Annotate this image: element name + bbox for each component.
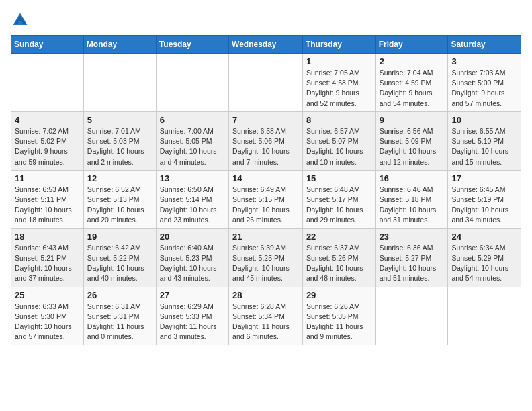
day-of-week-header: Thursday: [302, 36, 375, 54]
calendar-cell: 19Sunrise: 6:42 AM Sunset: 5:22 PM Dayli…: [83, 228, 156, 287]
day-number: 17: [451, 173, 517, 183]
day-number: 20: [160, 232, 225, 242]
day-info: Sunrise: 6:31 AM Sunset: 5:31 PM Dayligh…: [87, 302, 152, 342]
calendar-cell: 21Sunrise: 6:39 AM Sunset: 5:25 PM Dayli…: [229, 228, 303, 287]
calendar-cell: [156, 54, 228, 112]
calendar-cell: 11Sunrise: 6:53 AM Sunset: 5:11 PM Dayli…: [11, 170, 84, 228]
day-info: Sunrise: 7:03 AM Sunset: 5:00 PM Dayligh…: [451, 68, 517, 109]
day-info: Sunrise: 6:26 AM Sunset: 5:35 PM Dayligh…: [306, 302, 372, 342]
logo-icon: [11, 11, 30, 30]
day-info: Sunrise: 6:55 AM Sunset: 5:10 PM Dayligh…: [451, 126, 517, 167]
day-number: 28: [232, 290, 299, 300]
calendar-cell: 28Sunrise: 6:28 AM Sunset: 5:34 PM Dayli…: [229, 287, 303, 345]
day-info: Sunrise: 6:28 AM Sunset: 5:34 PM Dayligh…: [232, 302, 299, 342]
calendar-cell: 26Sunrise: 6:31 AM Sunset: 5:31 PM Dayli…: [83, 287, 156, 345]
calendar-cell: 10Sunrise: 6:55 AM Sunset: 5:10 PM Dayli…: [448, 111, 521, 170]
calendar-cell: 13Sunrise: 6:50 AM Sunset: 5:14 PM Dayli…: [156, 170, 228, 228]
day-number: 23: [380, 232, 445, 242]
calendar-cell: [11, 54, 84, 112]
day-info: Sunrise: 6:29 AM Sunset: 5:33 PM Dayligh…: [160, 302, 225, 342]
day-number: 27: [160, 290, 225, 300]
day-of-week-header: Monday: [83, 36, 156, 54]
day-info: Sunrise: 6:46 AM Sunset: 5:18 PM Dayligh…: [380, 185, 445, 226]
calendar-table: SundayMondayTuesdayWednesdayThursdayFrid…: [11, 35, 521, 345]
calendar-cell: 22Sunrise: 6:37 AM Sunset: 5:26 PM Dayli…: [302, 228, 375, 287]
day-info: Sunrise: 7:05 AM Sunset: 4:58 PM Dayligh…: [306, 68, 372, 109]
day-info: Sunrise: 7:04 AM Sunset: 4:59 PM Dayligh…: [380, 68, 445, 109]
day-info: Sunrise: 6:49 AM Sunset: 5:15 PM Dayligh…: [232, 185, 299, 226]
calendar-cell: 8Sunrise: 6:57 AM Sunset: 5:07 PM Daylig…: [302, 111, 375, 170]
day-number: 10: [451, 115, 517, 125]
day-info: Sunrise: 7:01 AM Sunset: 5:03 PM Dayligh…: [87, 126, 152, 167]
calendar-cell: 29Sunrise: 6:26 AM Sunset: 5:35 PM Dayli…: [302, 287, 375, 345]
day-of-week-header: Tuesday: [156, 36, 228, 54]
calendar-cell: 16Sunrise: 6:46 AM Sunset: 5:18 PM Dayli…: [375, 170, 448, 228]
day-info: Sunrise: 6:33 AM Sunset: 5:30 PM Dayligh…: [15, 302, 80, 342]
calendar-week-row: 25Sunrise: 6:33 AM Sunset: 5:30 PM Dayli…: [11, 287, 521, 345]
day-info: Sunrise: 6:48 AM Sunset: 5:17 PM Dayligh…: [306, 185, 372, 226]
svg-rect-2: [18, 21, 22, 25]
day-number: 3: [451, 56, 517, 66]
calendar-week-row: 11Sunrise: 6:53 AM Sunset: 5:11 PM Dayli…: [11, 170, 521, 228]
day-info: Sunrise: 6:36 AM Sunset: 5:27 PM Dayligh…: [380, 243, 445, 284]
day-number: 22: [306, 232, 372, 242]
calendar-header-row: SundayMondayTuesdayWednesdayThursdayFrid…: [11, 36, 521, 54]
day-number: 29: [306, 290, 372, 300]
day-number: 19: [87, 232, 152, 242]
day-info: Sunrise: 6:52 AM Sunset: 5:13 PM Dayligh…: [87, 185, 152, 226]
calendar-cell: 1Sunrise: 7:05 AM Sunset: 4:58 PM Daylig…: [302, 54, 375, 112]
day-info: Sunrise: 6:40 AM Sunset: 5:23 PM Dayligh…: [160, 243, 225, 284]
logo: [11, 11, 32, 30]
day-number: 24: [451, 232, 517, 242]
calendar-cell: [375, 287, 448, 345]
day-number: 2: [380, 56, 445, 66]
day-number: 1: [306, 56, 372, 66]
day-info: Sunrise: 7:02 AM Sunset: 5:02 PM Dayligh…: [15, 126, 80, 167]
calendar-cell: 5Sunrise: 7:01 AM Sunset: 5:03 PM Daylig…: [83, 111, 156, 170]
day-info: Sunrise: 6:34 AM Sunset: 5:29 PM Dayligh…: [451, 243, 517, 284]
day-number: 16: [380, 173, 445, 183]
day-number: 4: [15, 115, 80, 125]
calendar-cell: 6Sunrise: 7:00 AM Sunset: 5:05 PM Daylig…: [156, 111, 228, 170]
day-info: Sunrise: 7:00 AM Sunset: 5:05 PM Dayligh…: [160, 126, 225, 167]
day-number: 14: [232, 173, 299, 183]
calendar-cell: 14Sunrise: 6:49 AM Sunset: 5:15 PM Dayli…: [229, 170, 303, 228]
page-header: [11, 11, 521, 30]
calendar-week-row: 4Sunrise: 7:02 AM Sunset: 5:02 PM Daylig…: [11, 111, 521, 170]
day-number: 21: [232, 232, 299, 242]
day-of-week-header: Sunday: [11, 36, 84, 54]
day-number: 6: [160, 115, 225, 125]
calendar-cell: 7Sunrise: 6:58 AM Sunset: 5:06 PM Daylig…: [229, 111, 303, 170]
day-info: Sunrise: 6:43 AM Sunset: 5:21 PM Dayligh…: [15, 243, 80, 284]
day-info: Sunrise: 6:45 AM Sunset: 5:19 PM Dayligh…: [451, 185, 517, 226]
day-number: 25: [15, 290, 80, 300]
day-number: 8: [306, 115, 372, 125]
calendar-cell: 12Sunrise: 6:52 AM Sunset: 5:13 PM Dayli…: [83, 170, 156, 228]
calendar-cell: 18Sunrise: 6:43 AM Sunset: 5:21 PM Dayli…: [11, 228, 84, 287]
day-number: 9: [380, 115, 445, 125]
calendar-cell: [448, 287, 521, 345]
day-info: Sunrise: 6:58 AM Sunset: 5:06 PM Dayligh…: [232, 126, 299, 167]
calendar-cell: 23Sunrise: 6:36 AM Sunset: 5:27 PM Dayli…: [375, 228, 448, 287]
day-info: Sunrise: 6:56 AM Sunset: 5:09 PM Dayligh…: [380, 126, 445, 167]
calendar-cell: 20Sunrise: 6:40 AM Sunset: 5:23 PM Dayli…: [156, 228, 228, 287]
day-number: 13: [160, 173, 225, 183]
calendar-cell: 24Sunrise: 6:34 AM Sunset: 5:29 PM Dayli…: [448, 228, 521, 287]
calendar-week-row: 1Sunrise: 7:05 AM Sunset: 4:58 PM Daylig…: [11, 54, 521, 112]
day-info: Sunrise: 6:57 AM Sunset: 5:07 PM Dayligh…: [306, 126, 372, 167]
day-number: 18: [15, 232, 80, 242]
calendar-cell: 2Sunrise: 7:04 AM Sunset: 4:59 PM Daylig…: [375, 54, 448, 112]
day-of-week-header: Wednesday: [229, 36, 303, 54]
day-number: 12: [87, 173, 152, 183]
day-info: Sunrise: 6:50 AM Sunset: 5:14 PM Dayligh…: [160, 185, 225, 226]
day-number: 26: [87, 290, 152, 300]
calendar-cell: 9Sunrise: 6:56 AM Sunset: 5:09 PM Daylig…: [375, 111, 448, 170]
day-info: Sunrise: 6:42 AM Sunset: 5:22 PM Dayligh…: [87, 243, 152, 284]
calendar-cell: 15Sunrise: 6:48 AM Sunset: 5:17 PM Dayli…: [302, 170, 375, 228]
day-of-week-header: Saturday: [448, 36, 521, 54]
day-number: 5: [87, 115, 152, 125]
calendar-cell: 3Sunrise: 7:03 AM Sunset: 5:00 PM Daylig…: [448, 54, 521, 112]
calendar-cell: 4Sunrise: 7:02 AM Sunset: 5:02 PM Daylig…: [11, 111, 84, 170]
day-of-week-header: Friday: [375, 36, 448, 54]
day-info: Sunrise: 6:53 AM Sunset: 5:11 PM Dayligh…: [15, 185, 80, 226]
